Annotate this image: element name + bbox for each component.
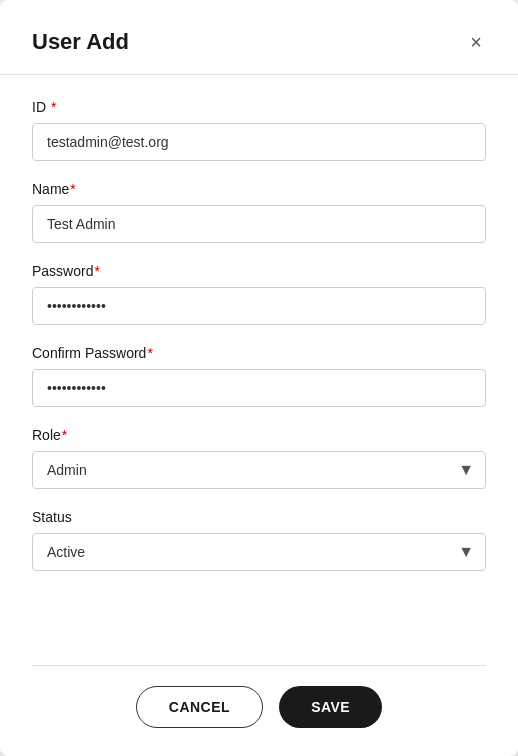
name-group: Name* [32, 181, 486, 243]
name-label: Name* [32, 181, 486, 197]
role-select-wrapper: Admin User Viewer ▼ [32, 451, 486, 489]
confirm-password-group: Confirm Password* [32, 345, 486, 407]
password-label: Password* [32, 263, 486, 279]
status-select[interactable]: Active Inactive [32, 533, 486, 571]
modal-footer: CANCEL SAVE [0, 665, 518, 756]
modal-header: User Add × [0, 0, 518, 74]
password-input[interactable] [32, 287, 486, 325]
confirm-password-label: Confirm Password* [32, 345, 486, 361]
confirm-password-required-star: * [147, 345, 152, 361]
status-label: Status [32, 509, 486, 525]
cancel-button[interactable]: CANCEL [136, 686, 263, 728]
footer-divider [32, 665, 486, 666]
id-group: ID * [32, 99, 486, 161]
name-input[interactable] [32, 205, 486, 243]
status-group: Status Active Inactive ▼ [32, 509, 486, 571]
save-button[interactable]: SAVE [279, 686, 382, 728]
footer-buttons: CANCEL SAVE [32, 686, 486, 728]
id-label: ID * [32, 99, 486, 115]
user-add-modal: User Add × ID * Name* Password* [0, 0, 518, 756]
id-input[interactable] [32, 123, 486, 161]
confirm-password-input[interactable] [32, 369, 486, 407]
close-button[interactable]: × [466, 28, 486, 56]
role-required-star: * [62, 427, 67, 443]
name-required-star: * [70, 181, 75, 197]
status-select-wrapper: Active Inactive ▼ [32, 533, 486, 571]
modal-body: ID * Name* Password* Confirm Password* [0, 83, 518, 665]
role-label: Role* [32, 427, 486, 443]
password-required-star: * [94, 263, 99, 279]
close-icon: × [470, 31, 482, 53]
id-required-star: * [47, 99, 56, 115]
header-divider [0, 74, 518, 75]
modal-title: User Add [32, 29, 129, 55]
password-group: Password* [32, 263, 486, 325]
role-group: Role* Admin User Viewer ▼ [32, 427, 486, 489]
role-select[interactable]: Admin User Viewer [32, 451, 486, 489]
